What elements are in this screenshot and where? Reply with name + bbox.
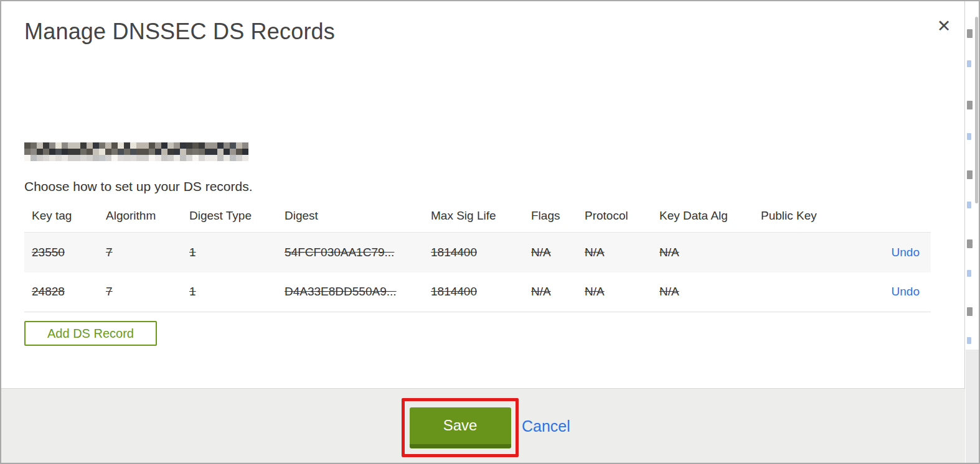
table-cell: N/A	[577, 272, 652, 312]
redacted-pixel	[87, 155, 93, 161]
background-text-fragment	[967, 29, 973, 38]
redacted-pixel	[124, 142, 130, 149]
redacted-pixel	[31, 149, 37, 155]
background-footer-area	[966, 350, 979, 463]
redacted-pixel	[24, 149, 31, 155]
redacted-pixel	[68, 142, 74, 149]
redacted-pixel	[242, 142, 248, 149]
redacted-pixel	[80, 149, 87, 155]
table-row: 235507154FCF030AA1C79...1814400N/AN/AN/A…	[24, 233, 931, 272]
column-header: Digest Type	[182, 206, 277, 233]
table-header: Key tagAlgorithmDigest TypeDigestMax Sig…	[24, 206, 931, 233]
undo-link[interactable]: Undo	[892, 285, 920, 298]
table-cell	[753, 272, 847, 312]
column-header: Digest	[277, 206, 423, 233]
redacted-pixel	[49, 149, 55, 155]
redacted-pixel	[124, 149, 130, 155]
table-cell: 1	[182, 272, 277, 312]
column-header: Flags	[524, 206, 577, 233]
redacted-pixel	[68, 149, 74, 155]
modal-title: Manage DNSSEC DS Records	[24, 19, 335, 45]
save-button[interactable]: Save	[410, 407, 511, 448]
table-cell: N/A	[577, 233, 652, 272]
column-header: Key Data Alg	[652, 206, 753, 233]
redacted-pixel	[62, 149, 68, 155]
redacted-pixel	[62, 142, 68, 149]
redacted-pixel	[43, 142, 49, 149]
instruction-text: Choose how to set up your DS records.	[24, 179, 253, 194]
redacted-pixel	[93, 155, 99, 161]
redacted-pixel	[99, 155, 105, 161]
redacted-pixel	[186, 142, 192, 149]
redacted-pixel	[143, 149, 149, 155]
modal-footer: Save Cancel	[1, 388, 965, 463]
redacted-pixel	[99, 142, 105, 149]
table-cell: 1814400	[423, 233, 524, 272]
redacted-pixel	[43, 149, 49, 155]
redacted-pixel	[217, 142, 224, 149]
dnssec-modal: Manage DNSSEC DS Records ✕ Choose how to…	[1, 1, 965, 463]
redacted-pixel	[230, 142, 236, 149]
column-header: Algorithm	[98, 206, 182, 233]
redacted-pixel	[167, 149, 174, 155]
redacted-pixel	[149, 155, 155, 161]
redacted-pixel	[49, 142, 55, 149]
redacted-pixel	[130, 155, 136, 161]
redacted-pixel	[155, 149, 161, 155]
redacted-pixel	[37, 155, 43, 161]
redacted-pixel	[224, 142, 230, 149]
redacted-pixel	[192, 149, 199, 155]
redacted-pixel	[149, 149, 155, 155]
redacted-pixel	[80, 142, 87, 149]
redacted-pixel	[43, 155, 49, 161]
redacted-pixel	[180, 155, 186, 161]
redacted-pixel	[236, 149, 242, 155]
redacted-pixel	[136, 155, 143, 161]
background-text-fragment	[967, 170, 973, 179]
table-cell: 1	[182, 233, 277, 272]
redacted-pixel	[136, 142, 143, 149]
table-cell: 1814400	[423, 272, 524, 312]
page-scrollbar[interactable]	[975, 17, 978, 203]
redacted-pixel	[111, 142, 118, 149]
redacted-pixel	[186, 155, 192, 161]
table-cell: N/A	[652, 233, 753, 272]
redacted-pixel	[31, 155, 37, 161]
redacted-pixel	[118, 155, 124, 161]
redacted-pixel	[217, 149, 224, 155]
redacted-pixel	[155, 142, 161, 149]
close-icon[interactable]: ✕	[931, 14, 956, 39]
redacted-pixel	[224, 155, 230, 161]
redacted-pixel	[192, 155, 199, 161]
redacted-pixel	[130, 149, 136, 155]
redacted-pixel	[105, 149, 111, 155]
redacted-pixel	[24, 142, 31, 149]
column-header: Key tag	[24, 206, 98, 233]
redacted-pixel	[68, 155, 74, 161]
cancel-link[interactable]: Cancel	[522, 417, 570, 435]
table-cell: 23550	[24, 233, 98, 272]
background-text-fragment	[967, 239, 973, 248]
add-ds-record-button[interactable]: Add DS Record	[24, 321, 157, 346]
redacted-pixel	[199, 155, 205, 161]
redacted-pixel	[205, 149, 211, 155]
redacted-pixel	[31, 142, 37, 149]
redacted-pixel	[236, 142, 242, 149]
redacted-pixel	[230, 155, 236, 161]
undo-link[interactable]: Undo	[892, 246, 920, 259]
redacted-pixel	[37, 149, 43, 155]
table-cell: 7	[98, 272, 182, 312]
redacted-pixel	[180, 142, 186, 149]
redacted-pixel	[155, 155, 161, 161]
redacted-pixel	[136, 149, 143, 155]
redacted-pixel	[93, 142, 99, 149]
redacted-pixel	[167, 142, 174, 149]
background-link-fragment	[967, 337, 971, 344]
column-header-action	[847, 206, 931, 233]
redacted-pixel	[242, 155, 248, 161]
redacted-pixel	[242, 149, 248, 155]
redacted-pixel	[211, 155, 217, 161]
redacted-pixel	[161, 155, 167, 161]
table-cell: 54FCF030AA1C79...	[277, 233, 423, 272]
redacted-pixel	[74, 142, 80, 149]
